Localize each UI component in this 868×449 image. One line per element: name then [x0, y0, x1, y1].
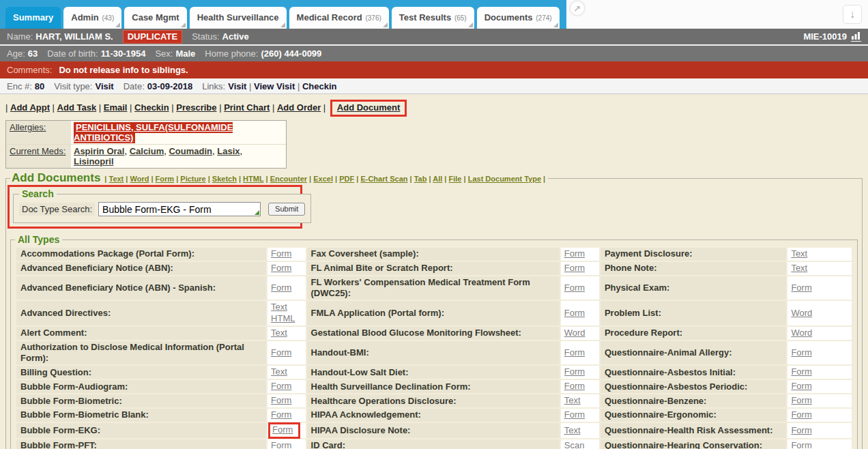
doc-link-form[interactable]: Form: [564, 283, 585, 293]
encounter-link-visit[interactable]: Visit: [228, 81, 246, 91]
age-label: Age:: [7, 48, 25, 59]
doc-link-form[interactable]: Form: [564, 381, 585, 391]
med-link-aspirin-oral[interactable]: Aspirin Oral: [74, 146, 124, 156]
doc-link-form[interactable]: Form: [791, 366, 811, 377]
doc-link-text[interactable]: Text: [791, 248, 807, 259]
med-link-lisinopril[interactable]: Lisinopril: [74, 156, 114, 166]
action-link-prescribe[interactable]: Prescribe: [176, 102, 216, 113]
doc-link-word[interactable]: Word: [791, 308, 812, 318]
doc-link-form[interactable]: Form: [271, 347, 291, 358]
add-doc-link-encounter[interactable]: Encounter: [270, 175, 307, 183]
download-button[interactable]: ↓: [843, 5, 862, 24]
add-doc-link-html[interactable]: HTML: [243, 175, 263, 183]
tab-label: Health Surveillance: [197, 12, 279, 23]
doc-link-text[interactable]: Text: [271, 302, 287, 312]
encounter-link-checkin[interactable]: Checkin: [302, 81, 337, 91]
tab-documents[interactable]: Documents (274): [477, 7, 560, 29]
doc-link-form[interactable]: Form: [271, 283, 291, 293]
add-doc-link-e-chart-scan[interactable]: E-Chart Scan: [360, 175, 407, 183]
tab-admin[interactable]: Admin (43): [63, 7, 121, 29]
add-doc-link-sketch[interactable]: Sketch: [212, 175, 237, 183]
doc-link-form[interactable]: Form: [564, 248, 585, 259]
doc-link-form[interactable]: Form: [271, 409, 291, 420]
add-doc-link-pdf[interactable]: PDF: [339, 175, 354, 183]
doc-link-form[interactable]: Form: [271, 381, 291, 391]
submit-button[interactable]: Submit: [268, 203, 305, 216]
action-link-email[interactable]: Email: [104, 102, 128, 113]
doc-type-links: Form: [787, 409, 852, 422]
current-meds-link[interactable]: Current Meds:: [10, 146, 66, 156]
doc-type-label-questionnaire-hearing-conservation: Questionnaire-Hearing Conservation:: [601, 439, 786, 449]
doc-type-label-advanced-beneficiary-notice-abn-spanish: Advanced Beneficiary Notice (ABN) - Span…: [16, 276, 266, 300]
doc-link-form[interactable]: Form: [791, 381, 811, 391]
tab-count: (376): [364, 14, 381, 22]
add-doc-link-form[interactable]: Form: [156, 175, 175, 183]
doc-link-form[interactable]: Form: [564, 308, 585, 318]
add-doc-link-last-document-type[interactable]: Last Document Type: [468, 175, 541, 183]
tab-case-mgmt[interactable]: Case Mgmt: [124, 7, 186, 29]
add-doc-link-text[interactable]: Text: [108, 175, 124, 183]
doc-link-form[interactable]: Form: [791, 347, 811, 358]
doc-link-form[interactable]: Form: [564, 347, 585, 358]
allergies-link[interactable]: Allergies:: [10, 122, 46, 132]
tab-count: (43): [100, 14, 115, 22]
doc-link-text[interactable]: Text: [271, 328, 287, 338]
popout-icon[interactable]: ↗: [569, 0, 585, 16]
doc-link-text[interactable]: Text: [271, 366, 287, 377]
enc-number: 80: [35, 81, 44, 91]
doc-type-row: Bubble Form-Audiogram:FormHealth Surveil…: [16, 380, 852, 393]
add-doc-link-excel[interactable]: Excel: [313, 175, 333, 183]
add-doc-link-file[interactable]: File: [449, 175, 462, 183]
action-link-add-order[interactable]: Add Order: [277, 102, 321, 113]
tab-health-surveillance[interactable]: Health Surveillance: [190, 7, 287, 29]
add-doc-link-picture[interactable]: Picture: [180, 175, 205, 183]
doc-link-form[interactable]: Form: [791, 283, 811, 293]
flowsheet-chart-icon[interactable]: [851, 31, 861, 42]
doc-link-form[interactable]: Form: [271, 248, 291, 259]
doc-link-word[interactable]: Word: [564, 328, 585, 338]
tab-summary[interactable]: Summary: [5, 7, 61, 29]
doc-type-search-input[interactable]: [98, 202, 261, 216]
doc-link-form[interactable]: Form: [272, 424, 293, 435]
encounter-link-view-visit[interactable]: View Visit: [254, 81, 295, 91]
doc-link-text[interactable]: Text: [564, 425, 581, 435]
doc-type-label-phone-note: Phone Note:: [601, 262, 786, 275]
doc-link-html[interactable]: HTML: [271, 313, 295, 323]
tab-test-results[interactable]: Test Results (65): [392, 7, 474, 29]
doc-link-form[interactable]: Form: [564, 366, 585, 377]
med-link-coumadin[interactable]: Coumadin: [169, 146, 212, 156]
doc-type-row: Bubble Form-Biometric:FormHealthcare Ope…: [16, 394, 852, 407]
tab-medical-record[interactable]: Medical Record (376): [289, 7, 389, 29]
med-link-calcium[interactable]: Calcium: [130, 146, 164, 156]
doc-link-form[interactable]: Form: [791, 440, 811, 449]
doc-link-form[interactable]: Form: [271, 440, 291, 449]
med-link-lasix[interactable]: Lasix: [217, 146, 240, 156]
add-doc-link-tab[interactable]: Tab: [414, 175, 427, 183]
action-link-print-chart[interactable]: Print Chart: [224, 102, 270, 113]
action-link-add-document[interactable]: Add Document: [337, 102, 400, 113]
patient-dob: 11-30-1954: [101, 48, 146, 59]
doc-link-form[interactable]: Form: [271, 263, 291, 273]
duplicate-badge[interactable]: DUPLICATE: [123, 30, 182, 44]
doc-link-text[interactable]: Text: [564, 395, 581, 405]
doc-link-form[interactable]: Form: [564, 409, 585, 420]
doc-type-label-id-card: ID Card:: [307, 439, 560, 449]
doc-link-text[interactable]: Text: [791, 263, 807, 273]
add-documents-legend: Add Documents | Text | Word | Form | Pic…: [10, 171, 548, 185]
add-doc-link-word[interactable]: Word: [130, 175, 149, 183]
doc-link-form[interactable]: Form: [791, 395, 811, 405]
action-link-add-task[interactable]: Add Task: [57, 102, 97, 113]
doc-link-form[interactable]: Form: [791, 409, 811, 420]
allergies-meds-box: Allergies: PENICILLINS, SULFA(SULFONAMID…: [5, 120, 287, 169]
doc-link-word[interactable]: Word: [791, 328, 812, 338]
doc-link-scan[interactable]: Scan: [564, 440, 585, 449]
tab-dropdown-corner-icon: [115, 23, 120, 27]
doc-type-links: Word: [561, 327, 599, 340]
action-link-checkin[interactable]: Checkin: [134, 102, 169, 113]
add-doc-link-all[interactable]: All: [433, 175, 442, 183]
allergy-list-link[interactable]: PENICILLINS, SULFA(SULFONAMIDE ANTIBIOTI…: [74, 122, 233, 143]
action-link-add-appt[interactable]: Add Appt: [10, 102, 50, 113]
doc-link-form[interactable]: Form: [791, 425, 811, 435]
doc-link-form[interactable]: Form: [271, 395, 291, 405]
doc-link-form[interactable]: Form: [564, 263, 585, 273]
